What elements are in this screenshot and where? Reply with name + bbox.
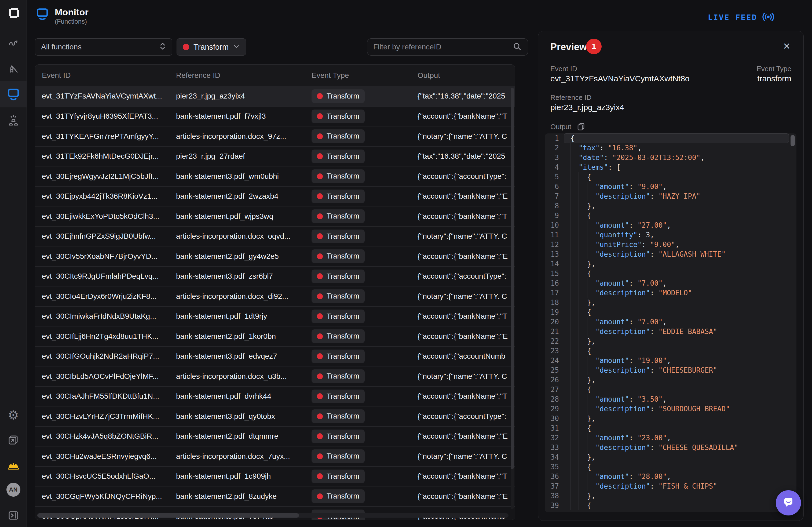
table-body: evt_31TYzFsAVNaYiaVCymtAXwt... pier23_r.… <box>35 86 515 520</box>
line-content: "description": "HAZY IPA" <box>564 191 789 201</box>
event-type-cell: Transform <box>311 230 418 243</box>
event-type-filter-value: Transform <box>193 43 229 52</box>
output-cell: {"account":{"bankName":"T <box>418 112 515 120</box>
table-row[interactable]: evt_31TYKEAFGn7rePTAmfgyyY... articles-i… <box>35 126 515 146</box>
table-row[interactable]: evt_30Ejpyxb442jTk36R8KioVz1... bank-sta… <box>35 186 515 206</box>
copy-button[interactable] <box>577 123 585 131</box>
line-number: 35 <box>545 462 564 472</box>
transform-status-dot <box>183 44 189 50</box>
table-row[interactable]: evt_30CIfLjj6Hn2Tg4xd8uu1THK... bank-sta… <box>35 326 515 346</box>
avatar: AN <box>6 483 20 497</box>
event-type-cell: Transform <box>311 409 418 423</box>
line-number: 39 <box>545 501 564 510</box>
code-vertical-scrollbar[interactable] <box>791 135 795 146</box>
reference-id-value: pier23_r.jpg_az3yix4 <box>550 103 624 112</box>
table-row[interactable]: evt_30CHsvcUC5E5odxhLfGaO... bank-statem… <box>35 466 515 486</box>
app-logo[interactable] <box>6 5 21 20</box>
line-content: }, <box>564 259 789 269</box>
sidebar-item-workflows[interactable] <box>6 114 21 129</box>
line-content: "amount": "9.00", <box>564 182 789 191</box>
sidebar-item-monitor[interactable] <box>6 86 21 101</box>
line-number: 33 <box>545 443 564 452</box>
line-content: "description": "ALLAGASH WHITE" <box>564 250 789 259</box>
line-content: "tax": "16.38", <box>564 143 789 153</box>
close-icon[interactable]: ✕ <box>783 41 791 52</box>
output-cell: {"account":{"bankName":"T <box>418 312 515 321</box>
output-cell: {"account":{"bankName":"E <box>418 492 515 501</box>
event-type-cell: Transform <box>311 89 418 103</box>
table-row[interactable]: evt_30CIaAJhFM55lfDKDttBfu1N... bank-sta… <box>35 386 515 407</box>
table-row[interactable]: evt_30CHzk4vJA5q8bZONtGBiR... bank-state… <box>35 426 515 446</box>
reference-id-cell: articles-incorporation.docx_7uyx... <box>176 452 311 461</box>
code-line: 32 "amount": "23.00", <box>545 433 796 443</box>
event-id-label: Event ID <box>550 65 577 73</box>
sidebar-item-builder[interactable] <box>6 458 21 473</box>
live-feed-label: LIVE FEED <box>708 13 757 22</box>
reference-id-cell: articles-incorporation.docx_97z... <box>176 132 311 141</box>
sidebar-item-activity[interactable] <box>6 36 21 51</box>
table-row[interactable]: evt_30EjhnfnGPZxS9igJB0Ubfw... articles-… <box>35 226 515 246</box>
line-content: "amount": "7.00", <box>564 317 789 327</box>
sidebar-item-playground[interactable] <box>6 61 21 76</box>
sidebar-item-settings[interactable]: ⚙ <box>6 408 21 423</box>
reference-id-cell: bank-statement.pdf_f7vxjl3 <box>176 112 311 120</box>
line-number: 6 <box>545 182 564 191</box>
event-type-cell: Transform <box>311 289 418 303</box>
table-row[interactable]: evt_30EjregWgyvJzI2L1MjC5bJfI... bank-st… <box>35 166 515 186</box>
sidebar-user-avatar[interactable]: AN <box>6 482 21 497</box>
preview-panel: Preview 1 ✕ Event ID evt_31TYzFsAVNaYiaV… <box>538 31 804 521</box>
event-type-label: Transform <box>327 492 359 500</box>
table-row[interactable]: evt_30CHu2waJeESRnvyiegvq6... articles-i… <box>35 446 515 466</box>
output-cell: {"account":{"bankName":"E <box>418 332 515 341</box>
table-row[interactable]: evt_31TEk92Fk6hMtDecG0DJEjr... pier23_r.… <box>35 146 515 167</box>
transform-status-dot <box>317 353 323 359</box>
line-content: "description": "MODELO" <box>564 288 789 298</box>
transform-status-dot <box>317 294 323 299</box>
event-type-badge: Transform <box>311 189 365 203</box>
transform-status-dot <box>317 273 323 279</box>
code-line: 22 }, <box>545 337 796 346</box>
table-horizontal-scrollbar[interactable] <box>37 513 299 517</box>
transform-status-dot <box>317 433 323 439</box>
event-id-cell: evt_30CIfLjj6Hn2Tg4xd8uu1THK... <box>42 332 176 341</box>
live-feed-toggle[interactable]: LIVE FEED <box>708 11 774 24</box>
event-type-badge: Transform <box>311 250 365 263</box>
table-row[interactable]: evt_31TYfyvjr8yuH6395XfEPAT3... bank-sta… <box>35 106 515 126</box>
table-row[interactable]: evt_30CImiwkaFrIdNdxB9UtaKg... bank-stat… <box>35 306 515 326</box>
search-input[interactable] <box>373 43 512 51</box>
event-type-filter[interactable]: Transform <box>177 38 246 56</box>
line-content: { <box>564 462 789 472</box>
table-row[interactable]: evt_30CItc9RJgUFmlahPDeqLvq... bank-stat… <box>35 266 515 286</box>
line-content: { <box>564 211 789 220</box>
logo-icon <box>6 5 20 19</box>
table-row[interactable]: evt_30CIv55rXoabNF7BjrOyvYD... bank-stat… <box>35 246 515 266</box>
code-line: 39 { <box>545 501 796 510</box>
event-type-badge: Transform <box>311 270 365 283</box>
table-row[interactable]: evt_30CIfGOuhjk2NdR2aHRqiP7... bank-stat… <box>35 346 515 367</box>
chat-launcher-button[interactable] <box>776 490 801 515</box>
output-cell: {"notary":{"name":"ATTY. C <box>418 372 515 381</box>
sidebar-item-collapse[interactable] <box>6 508 21 523</box>
line-number: 23 <box>545 346 564 356</box>
sidebar-item-export[interactable] <box>6 433 21 448</box>
table-row[interactable]: evt_30CIbLd5AOCvPlFdOjeYlMF... articles-… <box>35 366 515 386</box>
event-type-cell: Transform <box>311 270 418 283</box>
output-code-viewer[interactable]: 1 { 2 "tax": "16.38", 3 "date": "2025-03… <box>545 133 796 512</box>
line-number: 10 <box>545 220 564 230</box>
preview-title: Preview <box>550 41 587 53</box>
table-row[interactable]: evt_30CGqFWy5KfJNQyCFRiNyp... bank-state… <box>35 486 515 506</box>
code-line: 1 { <box>545 133 796 143</box>
line-number: 22 <box>545 337 564 346</box>
table-row[interactable]: evt_30CHzvLYrHZ7jC3TrmMifHK... bank-stat… <box>35 406 515 426</box>
line-number: 9 <box>545 211 564 220</box>
line-number: 7 <box>545 191 564 201</box>
code-line: 14 }, <box>545 259 796 269</box>
table-row[interactable]: evt_31TYzFsAVNaYiaVCymtAXwt... pier23_r.… <box>35 86 515 106</box>
event-type-value: transform <box>757 74 791 83</box>
table-row[interactable]: evt_30EjiwkkExYoPDto5kOdClh3... bank-sta… <box>35 206 515 226</box>
table-row[interactable]: evt_30CIo4ErDyx6r0Wrju2izKF8... articles… <box>35 286 515 306</box>
line-content: "amount": "23.00", <box>564 433 789 443</box>
output-cell: {"notary":{"name":"ATTY. C <box>418 232 515 241</box>
table-vertical-scrollbar[interactable] <box>511 88 514 469</box>
functions-filter-select[interactable]: All functions <box>35 38 172 56</box>
